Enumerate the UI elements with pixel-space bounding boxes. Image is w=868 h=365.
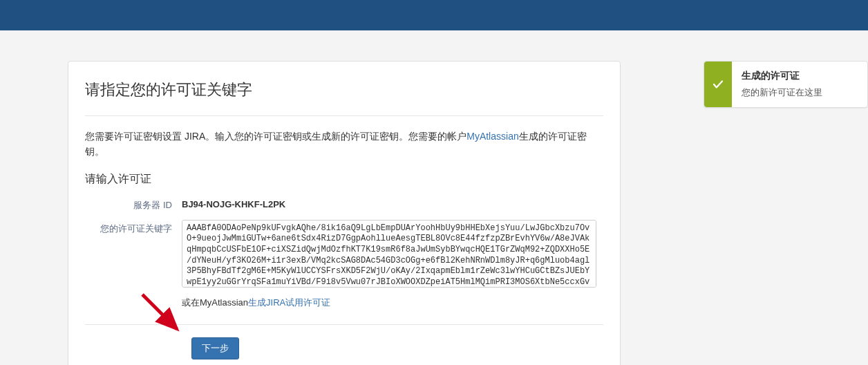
alt-license-text: 或在MyAtlassian生成JIRA试用许可证 — [182, 297, 603, 309]
server-id-value: BJ94-NOJG-KHKF-L2PK — [182, 196, 603, 209]
toast-body: 生成的许可证 您的新许可证在这里 — [732, 62, 867, 107]
divider — [85, 324, 603, 325]
license-form-card: 请指定您的许可证关键字 您需要许可证密钥设置 JIRA。输入您的许可证密钥或生成… — [68, 61, 621, 365]
generate-trial-link[interactable]: 生成JIRA试用许可证 — [248, 297, 330, 308]
license-key-label: 您的许可证关键字 — [85, 220, 182, 235]
check-icon — [704, 62, 732, 107]
subheading: 请输入许可证 — [85, 172, 603, 187]
next-button[interactable]: 下一步 — [191, 337, 239, 359]
alt-pre: 或在MyAtlassian — [182, 297, 248, 308]
server-id-row: 服务器 ID BJ94-NOJG-KHKF-L2PK — [85, 196, 603, 212]
description-text: 您需要许可证密钥设置 JIRA。输入您的许可证密钥或生成新的许可证密钥。您需要的… — [85, 129, 603, 160]
license-key-textarea[interactable] — [182, 220, 596, 288]
button-row: 下一步 — [85, 337, 603, 359]
desc-pre: 您需要许可证密钥设置 JIRA。输入您的许可证密钥或生成新的许可证密钥。您需要的… — [85, 131, 466, 142]
divider — [85, 115, 603, 116]
toast-title: 生成的许可证 — [742, 70, 858, 82]
top-bar — [0, 0, 868, 30]
license-key-row: 您的许可证关键字 或在MyAtlassian生成JIRA试用许可证 — [85, 220, 603, 309]
server-id-label: 服务器 ID — [85, 196, 182, 212]
success-toast: 生成的许可证 您的新许可证在这里 — [704, 61, 868, 108]
myatlassian-link[interactable]: MyAtlassian — [466, 131, 518, 142]
toast-message: 您的新许可证在这里 — [742, 86, 858, 99]
page-title: 请指定您的许可证关键字 — [85, 79, 603, 100]
